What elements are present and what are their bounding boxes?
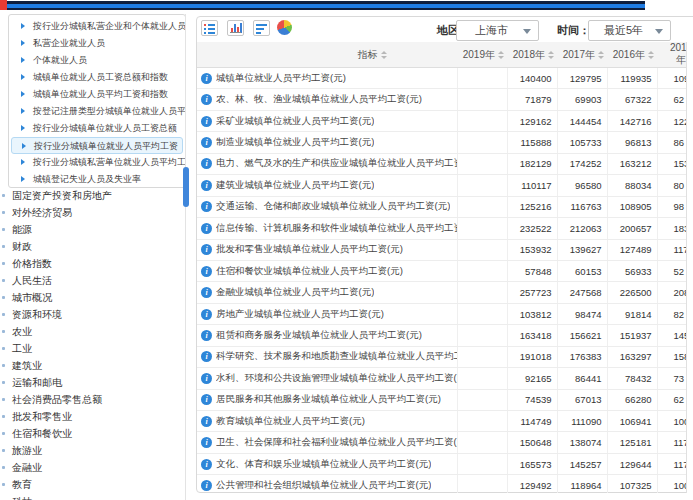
value-cell: 153932 bbox=[507, 239, 557, 260]
info-icon[interactable]: i bbox=[201, 480, 212, 491]
info-icon[interactable]: i bbox=[201, 394, 212, 405]
time-filter-label: 时间： bbox=[557, 23, 590, 38]
sidebar-category-item[interactable]: 城市概况 bbox=[0, 289, 186, 306]
value-cell: 111090 bbox=[557, 411, 607, 432]
list-line bbox=[208, 32, 215, 34]
horizontal-bar-chart-icon[interactable] bbox=[253, 20, 270, 36]
sidebar-group-item[interactable]: 按登记注册类型分城镇单位就业人员平均工资 bbox=[9, 103, 185, 120]
sidebar-category-list: 固定资产投资和房地产 对外经济贸易 能源 财政 价格指数 人民生活 城市概况 资… bbox=[0, 187, 186, 500]
sidebar-category-item[interactable]: 价格指数 bbox=[0, 255, 186, 272]
list-bullet bbox=[204, 24, 206, 26]
sidebar-category-item[interactable]: 金融业 bbox=[0, 459, 186, 476]
bar-chart-icon[interactable] bbox=[227, 20, 244, 36]
info-icon[interactable]: i bbox=[201, 416, 212, 427]
sidebar-category-label: 价格指数 bbox=[12, 258, 52, 269]
info-icon[interactable]: i bbox=[201, 116, 212, 127]
sidebar-category-item[interactable]: 建筑业 bbox=[0, 357, 186, 374]
info-icon[interactable]: i bbox=[201, 373, 212, 384]
value-cell: 92165 bbox=[507, 368, 557, 389]
sidebar-group-item[interactable]: 按行业分城镇单位就业人员工资总额 bbox=[9, 120, 185, 137]
value-cell: 66280 bbox=[607, 389, 657, 410]
sidebar-category-item[interactable]: 农业 bbox=[0, 323, 186, 340]
sidebar-category-item[interactable]: 能源 bbox=[0, 221, 186, 238]
sidebar-group-item[interactable]: 城镇单位就业人员平均工资和指数 bbox=[9, 86, 185, 103]
table-row: i 文化、体育和娱乐业城镇单位就业人员平均工资(元) 165573 145257… bbox=[197, 453, 686, 474]
value-cell bbox=[457, 411, 507, 432]
year-column-header[interactable]: 2016年 bbox=[607, 42, 657, 68]
sidebar-category-label: 批发和零售业 bbox=[12, 411, 72, 422]
value-cell: 232522 bbox=[507, 218, 557, 239]
year-column-header[interactable]: 2019年 bbox=[457, 42, 507, 68]
value-cell: 138074 bbox=[557, 432, 607, 453]
sidebar-group-item[interactable]: 城镇单位就业人员工资总额和指数 bbox=[9, 69, 185, 86]
value-cell: 163212 bbox=[607, 153, 657, 174]
value-cell: 86441 bbox=[557, 368, 607, 389]
sidebar-category-item[interactable]: 教育 bbox=[0, 476, 186, 493]
bullet-icon bbox=[2, 194, 5, 197]
sidebar-group-item[interactable]: 私营企业就业人员 bbox=[9, 35, 185, 52]
bullet-icon bbox=[2, 228, 5, 231]
sidebar-category-item[interactable]: 批发和零售业 bbox=[0, 408, 186, 425]
info-icon[interactable]: i bbox=[201, 201, 212, 212]
sidebar-group-item-label: 个体就业人员 bbox=[33, 55, 87, 65]
year-column-header[interactable]: 2015年 bbox=[657, 42, 686, 68]
info-icon[interactable]: i bbox=[201, 94, 212, 105]
list-view-icon[interactable] bbox=[201, 20, 218, 36]
value-cell: 105733 bbox=[557, 132, 607, 153]
time-select[interactable]: 最近5年 bbox=[588, 20, 671, 41]
sidebar-group-item[interactable]: 按行业分城镇私营单位就业人员平均工资 bbox=[9, 154, 185, 171]
info-icon[interactable]: i bbox=[201, 244, 212, 255]
sidebar-category-item[interactable]: 人民生活 bbox=[0, 272, 186, 289]
table-row: i 制造业城镇单位就业人员平均工资(元) 115888 105733 96813… bbox=[197, 132, 686, 153]
info-icon[interactable]: i bbox=[201, 158, 212, 169]
sidebar-category-item[interactable]: 工业 bbox=[0, 340, 186, 357]
sidebar-category-item[interactable]: 资源和环境 bbox=[0, 306, 186, 323]
info-icon[interactable]: i bbox=[201, 180, 212, 191]
sidebar-category-item[interactable]: 运输和邮电 bbox=[0, 374, 186, 391]
value-cell: 69903 bbox=[557, 89, 607, 110]
sidebar-group-item[interactable]: 按行业分城镇私营企业和个体就业人员 bbox=[9, 18, 185, 35]
sidebar-category-label: 能源 bbox=[12, 224, 32, 235]
bullet-icon bbox=[2, 245, 5, 248]
value-cell: 62 bbox=[657, 89, 686, 110]
region-select[interactable]: 上海市 bbox=[456, 20, 539, 41]
info-icon[interactable]: i bbox=[201, 287, 212, 298]
info-icon[interactable]: i bbox=[201, 73, 212, 84]
info-icon[interactable]: i bbox=[201, 223, 212, 234]
sidebar-group-item[interactable]: 城镇登记失业人员及失业率 bbox=[9, 171, 185, 188]
table-scrollbar-gutter[interactable] bbox=[686, 42, 693, 493]
info-icon[interactable]: i bbox=[201, 266, 212, 277]
sidebar-category-item[interactable]: 住宿和餐饮业 bbox=[0, 425, 186, 442]
triangle-right-icon bbox=[21, 23, 25, 29]
value-cell: 62 bbox=[657, 389, 686, 410]
value-cell: 200657 bbox=[607, 218, 657, 239]
indicator-column-header[interactable]: 指标 bbox=[197, 42, 457, 68]
sidebar-category-label: 城市概况 bbox=[12, 292, 52, 303]
sidebar-category-item[interactable]: 对外经济贸易 bbox=[0, 204, 186, 221]
sidebar-group-item[interactable]: 按行业分城镇单位就业人员平均工资 bbox=[11, 137, 183, 154]
value-cell: 153 bbox=[657, 153, 686, 174]
info-icon[interactable]: i bbox=[201, 437, 212, 448]
sidebar-scrollbar-thumb[interactable] bbox=[183, 167, 189, 207]
table-header-row: 指标 2019年 2018年 2017年 2016年 2015年 bbox=[197, 42, 686, 68]
info-icon[interactable]: i bbox=[201, 309, 212, 320]
value-cell bbox=[457, 175, 507, 196]
value-cell: 257723 bbox=[507, 282, 557, 303]
sidebar-group-item[interactable]: 个体就业人员 bbox=[9, 52, 185, 69]
table-row: i 采矿业城镇单位就业人员平均工资(元) 129162 144454 14271… bbox=[197, 110, 686, 131]
sidebar-category-item[interactable]: 社会消费品零售总额 bbox=[0, 391, 186, 408]
list-line bbox=[208, 28, 215, 30]
triangle-right-icon bbox=[21, 40, 25, 46]
year-column-header[interactable]: 2018年 bbox=[507, 42, 557, 68]
indicator-name: 教育城镇单位就业人员平均工资(元) bbox=[216, 415, 365, 428]
info-icon[interactable]: i bbox=[201, 459, 212, 470]
sidebar-category-item[interactable]: 财政 bbox=[0, 238, 186, 255]
sidebar-category-item[interactable]: 科技 bbox=[0, 493, 186, 500]
info-icon[interactable]: i bbox=[201, 137, 212, 148]
sidebar-category-item[interactable]: 固定资产投资和房地产 bbox=[0, 187, 186, 204]
pie-chart-icon[interactable] bbox=[277, 20, 292, 35]
year-column-header[interactable]: 2017年 bbox=[557, 42, 607, 68]
info-icon[interactable]: i bbox=[201, 351, 212, 362]
sidebar-category-item[interactable]: 旅游业 bbox=[0, 442, 186, 459]
info-icon[interactable]: i bbox=[201, 330, 212, 341]
